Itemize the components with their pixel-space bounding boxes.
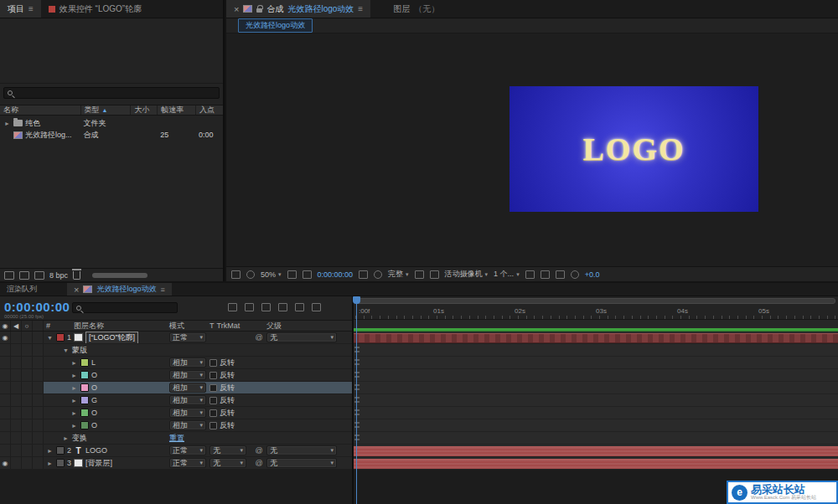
layer-color-chip[interactable] (56, 446, 65, 455)
project-search[interactable] (3, 87, 220, 99)
twirl-closed-icon[interactable]: ► (46, 448, 54, 454)
camera-icon[interactable] (359, 270, 368, 279)
reset-link[interactable]: 重置 (169, 434, 184, 442)
tab-composition[interactable]: × 合成 光效路径logo动效 ≡ (226, 0, 370, 18)
parent-pickwhip-icon[interactable]: @ (251, 459, 266, 467)
invert-checkbox[interactable] (210, 409, 217, 417)
tab-effect-controls[interactable]: 效果控件 “LOGO”轮廓 (41, 0, 149, 18)
mask-mode-select[interactable]: 相加▾ (169, 357, 206, 368)
blend-mode-select[interactable]: 正常▾ (169, 458, 206, 468)
project-row-comp[interactable]: 光效路径log... 合成 25 0:00 (0, 129, 223, 141)
interpret-footage-icon[interactable] (4, 271, 14, 280)
mask-visibility-icon[interactable] (303, 270, 312, 279)
twirl-closed-icon[interactable]: ► (70, 385, 78, 391)
tab-layer[interactable]: 图层 （无） (385, 0, 447, 18)
layer-name[interactable]: [背景层] (85, 458, 112, 469)
layer-name[interactable]: LOGO (85, 446, 107, 455)
invert-checkbox[interactable] (210, 359, 217, 367)
preview-time[interactable]: 0:00:00:00 (318, 270, 354, 279)
project-row-folder[interactable]: ►纯色 文件夹 (0, 117, 223, 129)
parent-pickwhip-icon[interactable]: @ (251, 333, 266, 342)
invert-checkbox[interactable] (210, 384, 217, 392)
twirl-open-icon[interactable]: ▼ (62, 347, 70, 353)
playhead[interactable] (356, 296, 357, 504)
mask-mode-select[interactable]: 相加▾ (169, 395, 206, 405)
eye-toggle[interactable]: ◉ (0, 332, 11, 343)
twirl-closed-icon[interactable]: ► (70, 360, 78, 366)
twirl-closed-icon[interactable]: ► (70, 410, 78, 416)
layer-color-chip[interactable] (56, 333, 65, 342)
parent-select[interactable]: 无▾ (266, 332, 337, 342)
twirl-closed-icon[interactable]: ► (46, 460, 54, 466)
bit-depth-button[interactable]: 8 bpc (49, 271, 68, 280)
hide-shy-layers-icon[interactable] (261, 303, 271, 311)
trkmat-select[interactable]: 无▾ (210, 458, 246, 468)
layer-name[interactable]: [“LOGO”轮廓] (85, 332, 138, 343)
project-search-input[interactable] (16, 89, 215, 97)
lock-toggle[interactable] (33, 445, 44, 456)
pixel-aspect-icon[interactable] (525, 270, 535, 279)
mask-mode-select[interactable]: 相加▾ (169, 420, 206, 430)
layer-color-chip[interactable] (56, 459, 65, 467)
lock-toggle[interactable] (33, 332, 44, 343)
solo-toggle[interactable] (22, 445, 33, 456)
mask-color-chip[interactable] (80, 409, 89, 417)
mask-color-chip[interactable] (80, 396, 89, 404)
close-tab-icon[interactable]: × (74, 285, 79, 295)
tab-render-queue[interactable]: 渲染队列 (0, 283, 44, 296)
layer-row-1[interactable]: ◉ ▼1 [“LOGO”轮廓] 正常▾ @ 无▾ (0, 332, 352, 344)
mask-color-chip[interactable] (80, 421, 89, 429)
column-mode[interactable]: 模式 (168, 321, 208, 332)
show-snapshot-icon[interactable] (246, 270, 255, 279)
tab-project[interactable]: 项目 ≡ (0, 0, 41, 18)
new-composition-icon[interactable] (34, 271, 44, 280)
invert-checkbox[interactable] (210, 397, 217, 404)
camera-select[interactable]: 活动摄像机▾ (445, 269, 489, 280)
playhead-handle[interactable] (353, 296, 360, 304)
parent-select[interactable]: 无▾ (266, 445, 337, 455)
mask-mode-select[interactable]: 相加▾ (169, 370, 206, 380)
twirl-closed-icon[interactable]: ► (62, 435, 70, 441)
panel-menu-icon[interactable]: ≡ (358, 4, 363, 13)
layer2-duration-bar[interactable] (354, 446, 838, 456)
exposure-gear-icon[interactable] (571, 270, 579, 279)
twirl-closed-icon[interactable]: ► (70, 423, 78, 429)
column-name[interactable]: 名称 (0, 105, 80, 115)
work-area-bar[interactable] (355, 298, 835, 304)
column-parent[interactable]: 父级 (266, 321, 352, 332)
snapshot-icon[interactable] (231, 270, 241, 279)
mask-row[interactable]: ►G 相加▾ 反转 (0, 394, 352, 407)
twirl-open-icon[interactable]: ▼ (46, 335, 54, 341)
blend-mode-select[interactable]: 正常▾ (169, 332, 206, 342)
blend-mode-select[interactable]: 正常▾ (169, 445, 206, 455)
mask-mode-select[interactable]: 相加▾ (169, 408, 206, 418)
region-of-interest-icon[interactable] (415, 270, 424, 279)
resolution-select[interactable]: 完整▾ (388, 269, 409, 280)
transparency-grid-icon[interactable] (430, 270, 439, 279)
tab-timeline-comp[interactable]: × 光效路径logo动效 ≡ (67, 283, 172, 296)
comp-mini-flowchart-icon[interactable] (228, 303, 237, 311)
invert-checkbox[interactable] (210, 372, 217, 379)
column-layer-name[interactable]: 图层名称 (72, 321, 168, 331)
twirl-closed-icon[interactable]: ► (3, 121, 11, 126)
composition-viewer[interactable]: LOGO (226, 33, 838, 266)
lock-toggle[interactable] (33, 457, 44, 469)
mask-color-chip[interactable] (80, 371, 89, 379)
mask-mode-select[interactable]: 相加▾ (169, 383, 206, 393)
frame-blending-icon[interactable] (278, 303, 287, 311)
close-tab-icon[interactable]: × (234, 4, 239, 14)
layer3-duration-bar[interactable] (354, 459, 838, 469)
invert-checkbox[interactable] (210, 422, 217, 429)
column-inpoint[interactable]: 入点 (195, 105, 223, 115)
motion-blur-icon[interactable] (295, 303, 304, 311)
eye-toggle[interactable]: ◉ (0, 457, 11, 469)
audio-toggle[interactable] (11, 332, 22, 343)
new-folder-icon[interactable] (19, 271, 29, 280)
track-rows[interactable] (354, 332, 838, 470)
audio-toggle[interactable] (11, 445, 22, 456)
timeline-search-input[interactable] (85, 304, 173, 312)
time-ruler[interactable]: :00f 01s 02s 03s 04s 05s (354, 296, 838, 320)
horizontal-scrollbar[interactable] (92, 273, 147, 278)
mask-row[interactable]: ►O 相加▾ 反转 (0, 419, 352, 432)
timeline-search[interactable] (72, 302, 178, 313)
